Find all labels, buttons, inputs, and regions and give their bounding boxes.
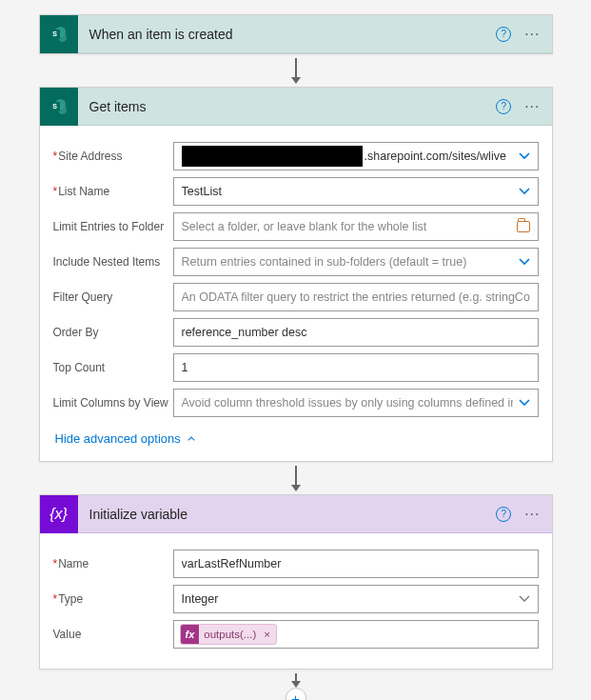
var-name-input[interactable] [182, 557, 530, 570]
topcount-label: Top Count [53, 361, 173, 374]
hide-advanced-toggle[interactable]: Hide advanced options [53, 424, 539, 448]
arrow-connector [295, 673, 297, 687]
get-items-title: Get items [78, 99, 497, 114]
arrow-connector [295, 466, 297, 490]
add-step-button[interactable]: + [286, 688, 306, 700]
filter-label: Filter Query [53, 290, 173, 304]
init-variable-title: Initialize variable [78, 507, 497, 522]
sharepoint-icon: S [40, 15, 78, 53]
trigger-title: When an item is created [78, 27, 497, 42]
sharepoint-icon: S [40, 88, 78, 126]
more-menu-icon[interactable]: ··· [524, 99, 540, 114]
get-items-header[interactable]: S Get items ? ··· [40, 88, 552, 126]
init-variable-header[interactable]: {x} Initialize variable ? ··· [40, 495, 552, 533]
list-name-field[interactable] [173, 177, 539, 206]
limitcols-field[interactable] [173, 389, 539, 417]
variable-icon: {x} [40, 495, 78, 533]
limit-folder-field[interactable] [173, 212, 539, 241]
var-type-value: Integer [182, 592, 219, 606]
limit-folder-label: Limit Entries to Folder [53, 220, 173, 233]
var-type-label: Type [53, 592, 173, 606]
var-value-field[interactable]: fx outputs(...) × [173, 620, 539, 649]
more-menu-icon[interactable]: ··· [524, 27, 540, 42]
nested-label: Include Nested Items [53, 255, 173, 269]
orderby-label: Order By [53, 326, 173, 339]
trigger-card[interactable]: S When an item is created ? ··· [39, 14, 553, 54]
site-address-suffix: .sharepoint.com/sites/wlive [364, 150, 506, 163]
expression-token[interactable]: fx outputs(...) × [180, 624, 277, 645]
orderby-field[interactable] [173, 318, 539, 347]
remove-token-icon[interactable]: × [264, 629, 270, 640]
redacted-block [182, 146, 363, 167]
help-icon[interactable]: ? [496, 99, 511, 114]
topcount-field[interactable] [173, 353, 539, 382]
chevron-down-icon[interactable] [519, 256, 530, 268]
filter-field[interactable] [173, 283, 539, 311]
help-icon[interactable]: ? [496, 27, 511, 42]
help-icon[interactable]: ? [496, 507, 511, 522]
site-address-label: Site Address [53, 150, 173, 163]
limitcols-input[interactable] [182, 396, 513, 410]
limit-folder-input[interactable] [182, 220, 517, 233]
orderby-input[interactable] [182, 326, 530, 339]
var-type-field[interactable]: Integer [173, 585, 539, 613]
site-address-field[interactable]: .sharepoint.com/sites/wlive [173, 142, 539, 170]
chevron-down-icon[interactable] [519, 150, 530, 162]
limitcols-label: Limit Columns by View [53, 396, 173, 410]
nested-field[interactable] [173, 248, 539, 276]
var-name-label: Name [53, 557, 173, 570]
init-variable-card: {x} Initialize variable ? ··· Name Type … [39, 494, 553, 670]
more-menu-icon[interactable]: ··· [524, 507, 540, 522]
var-name-field[interactable] [173, 550, 539, 578]
expression-text: outputs(...) [204, 629, 256, 640]
get-items-card: S Get items ? ··· Site Address .sharepoi… [39, 87, 553, 462]
filter-input[interactable] [182, 290, 530, 304]
fx-icon: fx [181, 625, 200, 644]
chevron-down-icon[interactable] [519, 186, 530, 197]
list-name-label: List Name [53, 185, 173, 198]
chevron-up-icon [187, 433, 196, 445]
var-value-label: Value [53, 628, 173, 641]
chevron-down-icon[interactable] [519, 593, 530, 605]
arrow-connector [295, 58, 297, 83]
folder-icon[interactable] [517, 221, 530, 232]
nested-input[interactable] [182, 255, 513, 269]
trigger-header[interactable]: S When an item is created ? ··· [40, 15, 552, 53]
list-name-input[interactable] [182, 185, 513, 198]
hide-advanced-label: Hide advanced options [55, 431, 181, 446]
chevron-down-icon[interactable] [519, 397, 530, 409]
topcount-input[interactable] [182, 361, 530, 374]
